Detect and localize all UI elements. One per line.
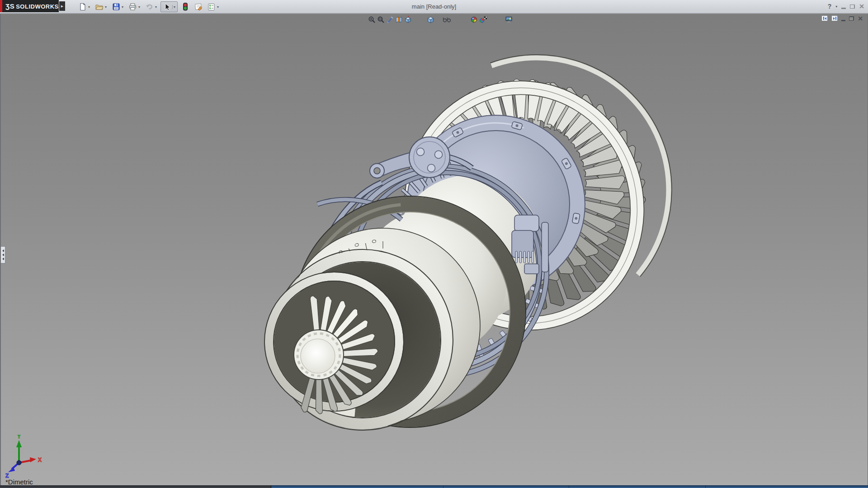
collapse-right-pane-button[interactable]	[831, 15, 838, 21]
comment-note-icon	[193, 2, 203, 12]
titlebar: ƷSSOLIDWORKS ▶ ▾ ▾ ▾ ▾	[0, 0, 868, 14]
select-cursor-icon	[162, 2, 171, 12]
app-minimize-button[interactable]	[841, 8, 846, 9]
apply-scene-button[interactable]	[478, 15, 487, 24]
logo-3s-icon: ƷS	[5, 2, 16, 10]
dropdown-arrow-icon[interactable]: ▾	[216, 5, 220, 9]
chevron-left-icon	[2, 253, 4, 256]
dropdown-arrow-icon[interactable]: ▾	[104, 5, 108, 9]
edit-appearance-button[interactable]	[469, 15, 478, 24]
statusbar-right-segment	[271, 485, 868, 488]
graphics-viewport[interactable]: ✕ Y X Z *Dimetric	[0, 14, 868, 488]
chevron-right-icon	[833, 17, 835, 20]
print-icon	[128, 2, 137, 12]
triad-y-label: Y	[17, 435, 21, 440]
undo-icon	[145, 2, 154, 12]
flyout-arrow-icon: ▶	[61, 5, 63, 8]
collapse-left-pane-button[interactable]	[821, 15, 828, 21]
solidworks-logo: ƷSSOLIDWORKS	[0, 0, 59, 12]
save-floppy-icon	[111, 2, 121, 12]
new-document-button[interactable]: ▾	[77, 1, 92, 12]
doc-close-button[interactable]: ✕	[858, 16, 863, 21]
stoplight-button[interactable]	[179, 1, 191, 12]
doc-minimize-button[interactable]	[841, 20, 845, 21]
view-orientation-button[interactable]	[403, 15, 412, 24]
dropdown-arrow-icon[interactable]: ▾	[154, 5, 158, 9]
options-button[interactable]: ▾	[206, 1, 221, 12]
save-button[interactable]: ▾	[110, 1, 125, 12]
options-checklist-icon	[207, 2, 216, 12]
feature-tree-collapsed-tab[interactable]	[1, 246, 5, 263]
statusbar	[0, 485, 868, 488]
reference-triad: Y X Z	[2, 435, 47, 480]
hide-show-items-button[interactable]	[442, 15, 451, 24]
magnify-wand-button[interactable]	[385, 15, 394, 24]
headsup-view-toolbar	[367, 14, 514, 24]
menu-flyout-button[interactable]: ▶	[59, 1, 65, 11]
pane-bar-icon	[823, 17, 824, 20]
section-view-button[interactable]	[394, 15, 403, 24]
triad-x-label: X	[38, 457, 42, 463]
solidworks-window: ƷSSOLIDWORKS ▶ ▾ ▾ ▾ ▾	[0, 0, 868, 488]
view-settings-button[interactable]	[505, 15, 514, 24]
dropdown-arrow-icon[interactable]: ▾	[121, 5, 124, 9]
zoom-to-area-button[interactable]	[376, 15, 385, 24]
help-dropdown-arrow-icon[interactable]: ▾	[835, 5, 837, 9]
print-button[interactable]: ▾	[127, 1, 142, 12]
statusbar-left-segment	[0, 485, 271, 488]
open-folder-icon	[94, 2, 104, 12]
brand-name: SOLIDWORKS	[16, 3, 59, 10]
display-style-button[interactable]	[426, 15, 435, 24]
dropdown-arrow-icon[interactable]: ▾	[87, 5, 91, 9]
app-restore-button[interactable]	[850, 5, 855, 9]
undo-button[interactable]: ▾	[144, 1, 159, 12]
stoplight-icon	[180, 2, 190, 12]
standard-toolbar: ▾ ▾ ▾ ▾ ▾	[77, 1, 221, 13]
chevron-left-icon	[2, 258, 4, 260]
pane-bar-icon	[835, 17, 836, 20]
open-button[interactable]: ▾	[94, 1, 108, 12]
document-window-controls: ✕	[821, 15, 863, 21]
dropdown-arrow-icon[interactable]: ▾	[137, 5, 141, 9]
doc-restore-button[interactable]	[849, 16, 854, 21]
dropdown-arrow-icon[interactable]: ▾	[172, 5, 176, 9]
titlebar-window-controls: ? ▾ ✕	[828, 0, 864, 13]
chevron-left-icon	[2, 249, 4, 252]
help-button[interactable]: ?	[828, 3, 832, 10]
view-orientation-label: *Dimetric	[5, 478, 33, 486]
zoom-to-fit-button[interactable]	[367, 15, 376, 24]
new-document-icon	[78, 2, 87, 12]
select-tool-button[interactable]: ▾	[160, 1, 178, 12]
app-close-button[interactable]: ✕	[859, 4, 864, 9]
comment-button[interactable]	[193, 1, 204, 12]
chevron-left-icon	[825, 17, 826, 20]
jet-engine-model	[1, 14, 868, 488]
